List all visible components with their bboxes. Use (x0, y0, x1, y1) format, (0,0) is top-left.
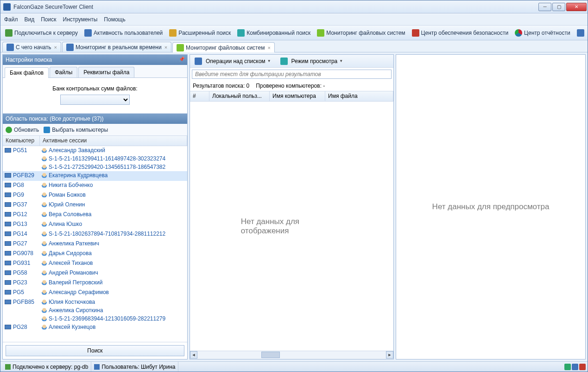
close-icon[interactable]: × (164, 45, 167, 50)
results-toolbar: Операции над списком ▼ Режим просмотра ▼ (190, 55, 393, 68)
tab-fsmon[interactable]: Мониторинг файловых систем× (172, 42, 275, 52)
session-item[interactable]: S-1-5-21-1802637894-710817934-2881112212 (40, 230, 187, 238)
session-item[interactable]: Юлия Костючкова (40, 298, 187, 306)
session-item[interactable]: S-1-5-21-1613299411-1614897428-302323274 (40, 154, 187, 163)
table-row[interactable]: PG12Вера Соловьева (3, 210, 187, 220)
security-center-button[interactable]: Центр обеспечения безопасности (409, 27, 512, 39)
col-sessions[interactable]: Активные сессии (40, 136, 187, 146)
maximize-button[interactable]: ▢ (552, 3, 565, 11)
subtab-files[interactable]: Файлы (50, 67, 77, 77)
col-file-name[interactable]: Имя файла (325, 91, 393, 101)
computer-grid-body[interactable]: PG51Александр ЗавадскийS-1-5-21-16132994… (3, 146, 187, 342)
titlebar: FalconGaze SecureTower Client ─ ▢ ✕ (0, 0, 588, 13)
session-item[interactable]: Никита Бобченко (40, 181, 187, 189)
table-row[interactable]: PG9Роман Божков (3, 191, 187, 200)
tab-realtime[interactable]: Мониторинг в реальном времени× (62, 42, 171, 52)
computer-name: PG13 (13, 221, 27, 227)
scroll-right-icon[interactable]: ► (386, 351, 393, 359)
table-row[interactable]: PG27Анжелика Раткевич (3, 239, 187, 249)
horizontal-scrollbar[interactable]: ◄ ► (190, 351, 393, 359)
user-icon (42, 148, 47, 153)
table-row[interactable]: PG23Валерий Петровский (3, 278, 187, 288)
status-indicator-3-icon[interactable] (579, 364, 586, 370)
session-item[interactable]: S-1-5-21-2369683944-1213016059-282211279 (40, 314, 187, 323)
bank-select[interactable] (60, 95, 130, 105)
table-row[interactable]: PG5Александр Серафимов (3, 288, 187, 298)
list-operations-dropdown[interactable]: Операции над списком ▼ (192, 57, 274, 66)
session-item[interactable]: Алексей Кузнецов (40, 323, 187, 331)
computer-name: PGFB29 (13, 172, 34, 179)
table-row[interactable]: PG14S-1-5-21-1802637894-710817934-288111… (3, 230, 187, 239)
user-icon (42, 290, 47, 295)
tab-start[interactable]: С чего начать× (2, 42, 61, 52)
select-computers-button[interactable]: Выбрать компьютеры (44, 127, 108, 133)
col-number[interactable]: # (190, 91, 209, 101)
menu-file[interactable]: Файл (4, 16, 18, 23)
table-row[interactable]: PG13Алина Юшко (3, 220, 187, 230)
table-row[interactable]: PG58Андрей Романович (3, 269, 187, 278)
table-row[interactable]: PGFB85Юлия КостючковаАнжелика СироткинаS… (3, 298, 187, 323)
session-item[interactable]: Анжелика Раткевич (40, 239, 187, 248)
session-item[interactable]: Алина Юшко (40, 220, 187, 228)
session-item[interactable]: Александр Серафимов (40, 288, 187, 296)
close-button[interactable]: ✕ (566, 3, 587, 11)
table-row[interactable]: PG37Юрий Оленин (3, 200, 187, 210)
session-item[interactable]: Алексей Тиханов (40, 259, 187, 267)
scroll-left-icon[interactable]: ◄ (190, 351, 197, 359)
scroll-thumb[interactable] (261, 352, 280, 358)
document-tabs: С чего начать× Мониторинг в реальном вре… (0, 40, 588, 52)
session-item[interactable]: Дарья Сидорова (40, 249, 187, 257)
subtab-props[interactable]: Реквизиты файла (78, 67, 134, 77)
computer-icon (5, 251, 11, 256)
close-icon[interactable]: × (267, 45, 270, 51)
table-row[interactable]: PG51Александр ЗавадскийS-1-5-21-16132994… (3, 146, 187, 171)
session-item[interactable]: Анжелика Сироткина (40, 306, 187, 314)
overflow-button[interactable] (574, 27, 588, 39)
status-indicator-2-icon[interactable] (572, 364, 578, 370)
connect-button[interactable]: Подключиться к серверу (2, 27, 81, 39)
session-item[interactable]: Вера Соловьева (40, 210, 187, 218)
user-icon (42, 183, 47, 188)
app-icon (3, 3, 11, 11)
pin-icon[interactable]: 📌 (179, 57, 184, 62)
filter-input[interactable] (192, 70, 391, 78)
view-icon (280, 58, 288, 65)
session-item[interactable]: Роман Божков (40, 191, 187, 199)
col-local-user[interactable]: Локальный польз... (209, 91, 270, 101)
advanced-search-button[interactable]: Расширенный поиск (166, 27, 234, 39)
subtab-bank[interactable]: Банк файлов (5, 67, 49, 78)
computer-name: PG12 (13, 211, 27, 218)
table-row[interactable]: PG9078Дарья Сидорова (3, 249, 187, 259)
menu-search[interactable]: Поиск (41, 16, 56, 23)
table-row[interactable]: PGFB29Екатерина Кудрявцева (3, 171, 187, 181)
close-icon[interactable]: × (54, 45, 57, 50)
reports-button[interactable]: Центр отчётности (512, 27, 573, 39)
refresh-button[interactable]: Обновить (6, 127, 39, 133)
status-indicator-1-icon[interactable] (564, 364, 571, 370)
table-row[interactable]: PG28Алексей Кузнецов (3, 323, 187, 333)
content-area: Настройки поиска 📌 Банк файлов Файлы Рек… (0, 52, 588, 361)
monitor-icon (66, 44, 74, 51)
activity-button[interactable]: Активность пользователей (82, 27, 165, 39)
session-item[interactable]: Александр Завадский (40, 146, 187, 154)
menu-view[interactable]: Вид (25, 16, 35, 23)
session-item[interactable]: Валерий Петровский (40, 278, 187, 287)
minimize-button[interactable]: ─ (538, 3, 551, 11)
session-item[interactable]: Екатерина Кудрявцева (40, 171, 187, 180)
fs-monitoring-button[interactable]: Мониторинг файловых систем (314, 27, 408, 39)
session-item[interactable]: Андрей Романович (40, 269, 187, 277)
menu-help[interactable]: Помощь (104, 16, 125, 23)
menu-tools[interactable]: Инструменты (63, 16, 98, 23)
session-label: Валерий Петровский (49, 279, 102, 286)
session-label: Никита Бобченко (49, 182, 93, 188)
view-mode-dropdown[interactable]: Режим просмотра ▼ (278, 57, 346, 66)
session-item[interactable]: Юрий Оленин (40, 200, 187, 209)
col-computer-name[interactable]: Имя компьютера (270, 91, 325, 101)
search-button[interactable]: Поиск (6, 345, 184, 356)
table-row[interactable]: PG8Никита Бобченко (3, 181, 187, 191)
combined-search-button[interactable]: Комбинированный поиск (234, 27, 313, 39)
col-computer[interactable]: Компьютер (3, 136, 40, 146)
computer-icon (5, 290, 11, 295)
session-item[interactable]: S-1-5-21-2725299420-1345651178-186547382 (40, 163, 187, 171)
table-row[interactable]: PG931Алексей Тиханов (3, 259, 187, 269)
